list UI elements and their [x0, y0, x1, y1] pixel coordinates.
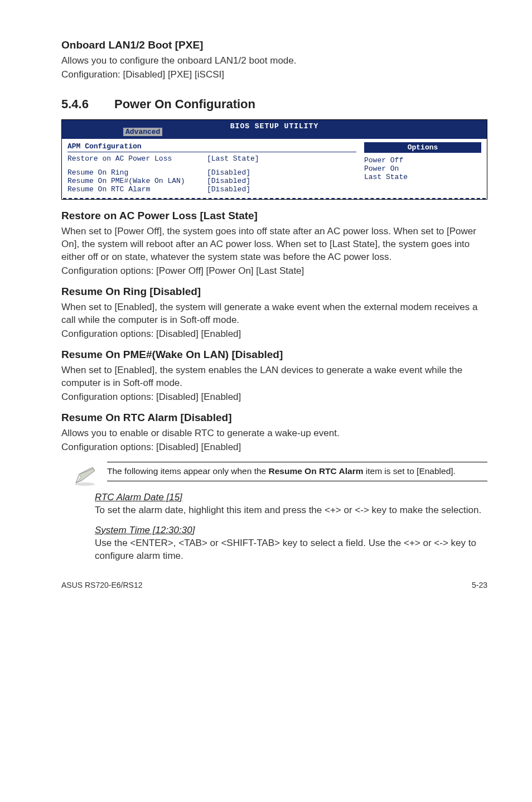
note-pre: The following items appear only when the: [107, 466, 269, 476]
note-bold: Resume On RTC Alarm: [269, 466, 364, 476]
heading-resume-rtc: Resume On RTC Alarm [Disabled]: [61, 412, 487, 424]
bios-label: Restore on AC Power Loss: [67, 154, 207, 163]
note-block: The following items appear only when the…: [72, 462, 487, 486]
bios-option: Last State: [364, 173, 481, 181]
heading-restore-ac: Restore on AC Power Loss [Last State]: [61, 210, 487, 222]
bios-options-heading: Options: [364, 142, 481, 153]
note-text: The following items appear only when the…: [107, 462, 487, 481]
text-pme-desc: When set to [Enabled], the system enable…: [61, 364, 487, 390]
bios-row-ring: Resume On Ring [Disabled]: [67, 168, 356, 177]
bios-label: Resume On Ring: [67, 168, 207, 177]
section-heading: 5.4.6Power On Configuration: [61, 97, 487, 112]
text-onboard-config: Configuration: [Disabled] [PXE] [iSCSI]: [61, 69, 487, 81]
pencil-icon: [72, 464, 97, 486]
bios-row-rtc: Resume On RTC Alarm [Disabled]: [67, 185, 356, 194]
note-post: item is set to [Enabled].: [363, 466, 455, 476]
bios-left-panel: APM Configuration Restore on AC Power Lo…: [67, 142, 356, 194]
footer-left: ASUS RS720-E6/RS12: [61, 581, 143, 590]
text-ring-config: Configuration options: [Disabled] [Enabl…: [61, 328, 487, 341]
subitem-system-time-body: Use the <ENTER>, <TAB> or <SHIFT-TAB> ke…: [95, 537, 487, 563]
subitem-rtc-date-body: To set the alarm date, highlight this it…: [95, 504, 487, 517]
subitem-system-time-title: System Time [12:30:30]: [95, 525, 487, 536]
bios-row-restore: Restore on AC Power Loss [Last State]: [67, 154, 356, 163]
text-restore-desc: When set to [Power Off], the system goes…: [61, 225, 487, 264]
bios-label: Resume On RTC Alarm: [67, 185, 207, 194]
page-footer: ASUS RS720-E6/RS12 5-23: [61, 581, 487, 590]
text-restore-config: Configuration options: [Power Off] [Powe…: [61, 265, 487, 278]
bios-value: [Disabled]: [207, 185, 356, 194]
bios-row-pme: Resume On PME#(Wake On LAN) [Disabled]: [67, 177, 356, 185]
subitem-rtc-date-title: RTC Alarm Date [15]: [95, 492, 487, 503]
bios-value: [Disabled]: [207, 177, 356, 185]
footer-right: 5-23: [472, 581, 487, 590]
section-title: Power On Configuration: [114, 97, 255, 111]
heading-onboard-lan: Onboard LAN1/2 Boot [PXE]: [61, 39, 487, 51]
text-pme-config: Configuration options: [Disabled] [Enabl…: [61, 391, 487, 404]
text-onboard-desc: Allows you to configure the onboard LAN1…: [61, 55, 487, 67]
bios-value: [Disabled]: [207, 168, 356, 177]
section-number: 5.4.6: [61, 97, 114, 112]
bios-config-title: APM Configuration: [67, 142, 356, 151]
bios-screenshot: BIOS SETUP UTILITY Advanced APM Configur…: [61, 119, 487, 200]
heading-resume-ring: Resume On Ring [Disabled]: [61, 286, 487, 298]
bios-tab-advanced: Advanced: [123, 128, 162, 137]
bios-bottom-dashed: [63, 198, 486, 199]
bios-value: [Last State]: [207, 154, 356, 163]
text-rtc-desc: Allows you to enable or disable RTC to g…: [61, 427, 487, 440]
text-rtc-config: Configuration options: [Disabled] [Enabl…: [61, 441, 487, 454]
bios-label: Resume On PME#(Wake On LAN): [67, 177, 207, 185]
text-ring-desc: When set to [Enabled], the system will g…: [61, 301, 487, 327]
heading-resume-pme: Resume On PME#(Wake On LAN) [Disabled]: [61, 349, 487, 361]
bios-header: BIOS SETUP UTILITY Advanced: [62, 120, 487, 139]
svg-point-0: [75, 482, 95, 486]
bios-right-panel: Options Power Off Power On Last State: [364, 142, 481, 194]
bios-option: Power Off: [364, 156, 481, 165]
bios-option: Power On: [364, 165, 481, 173]
